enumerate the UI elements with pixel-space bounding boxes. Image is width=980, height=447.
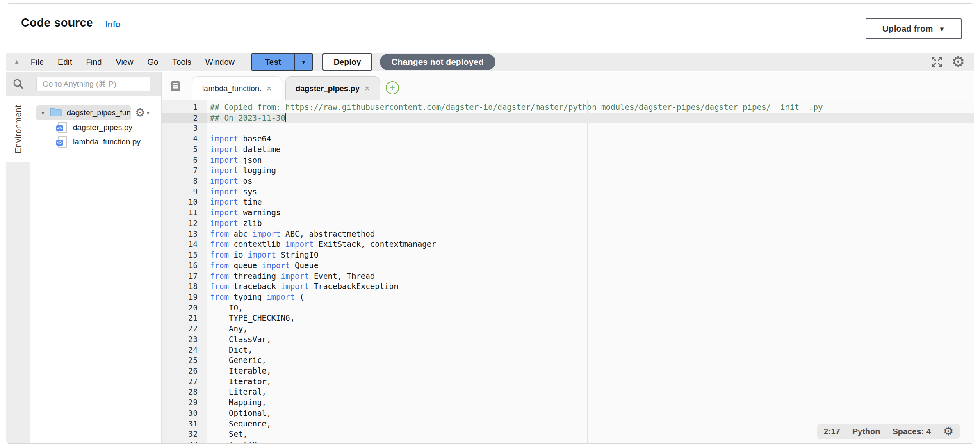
line-number[interactable]: 13 [162,229,207,239]
tab-lambda-function[interactable]: lambda_function. × [192,76,282,100]
gear-icon[interactable]: ⚙ [952,55,965,69]
line-number[interactable]: 18 [162,281,207,292]
new-tab-button[interactable]: + [386,81,399,94]
deploy-button[interactable]: Deploy [322,53,373,71]
line-number[interactable]: 10 [162,197,207,208]
line-number[interactable]: 24 [162,345,207,356]
menu-edit[interactable]: Edit [58,57,72,67]
code-line[interactable]: 19from typing import ( [162,292,974,303]
indentation-setting[interactable]: Spaces: 4 [893,427,931,436]
code-line[interactable]: 22 Any, [162,324,974,334]
line-number[interactable]: 22 [162,324,207,334]
cursor-position[interactable]: 2:17 [824,427,840,436]
close-icon[interactable]: × [267,84,272,93]
line-number[interactable]: 12 [162,218,207,229]
test-dropdown-button[interactable]: ▼ [294,54,312,70]
code-line[interactable]: 27 Iterator, [162,376,974,387]
code-editor[interactable]: 1## Copied from: https://raw.githubuserc… [162,100,974,443]
tree-folder-row[interactable]: ▾ dagster_pipes_funct [36,105,131,120]
menu-file[interactable]: File [31,57,44,67]
line-number[interactable]: 1 [162,102,207,113]
code-line[interactable]: 13from abc import ABC, abstractmethod [162,229,974,239]
line-number[interactable]: 15 [162,250,207,260]
menu-go[interactable]: Go [147,57,158,67]
code-line[interactable]: 17from threading import Event, Thread [162,271,974,282]
line-number[interactable]: 28 [162,387,207,397]
line-number[interactable]: 5 [162,144,207,155]
test-button[interactable]: Test [252,54,294,70]
environment-tab[interactable]: Environment [6,96,30,162]
code-line[interactable]: 7import logging [162,165,974,176]
line-number[interactable]: 4 [162,134,207,144]
code-line[interactable]: 24 Dict, [162,345,974,356]
code-line[interactable]: 30 Optional, [162,408,974,419]
code-line[interactable]: 23 ClassVar, [162,334,974,345]
upload-from-button[interactable]: Upload from ▼ [866,18,962,39]
code-line[interactable]: 4import base64 [162,134,974,144]
collapse-panel-icon[interactable]: ▲ [14,58,20,66]
line-number[interactable]: 32 [162,429,207,440]
code-line[interactable]: 29 Mapping, [162,397,974,408]
line-number[interactable]: 7 [162,165,207,176]
close-icon[interactable]: × [365,84,370,93]
line-number[interactable]: 30 [162,408,207,419]
line-number[interactable]: 27 [162,376,207,387]
line-number[interactable]: 33 [162,440,207,443]
line-number[interactable]: 16 [162,260,207,271]
line-number[interactable]: 19 [162,292,207,303]
line-number[interactable]: 21 [162,313,207,324]
chevron-down-icon[interactable]: ▾ [41,109,45,116]
line-number[interactable]: 6 [162,155,207,166]
line-number[interactable]: 9 [162,187,207,197]
code-line[interactable]: 16from queue import Queue [162,260,974,271]
menu-tools[interactable]: Tools [172,57,191,67]
line-number[interactable]: 23 [162,334,207,345]
tree-file-dagster-pipes[interactable]: <> dagster_pipes.py [58,120,161,135]
line-number[interactable]: 2 [162,113,207,123]
code-line[interactable]: 10import time [162,197,974,208]
code-line[interactable]: 11import warnings [162,208,974,218]
tab-list-icon[interactable] [170,80,182,92]
menu-view[interactable]: View [116,57,133,67]
info-link[interactable]: Info [105,20,121,29]
line-number[interactable]: 26 [162,366,207,376]
code-line[interactable]: 12import zlib [162,218,974,229]
line-number[interactable]: 25 [162,355,207,366]
code-text: from io import StringIO [207,250,974,260]
code-line[interactable]: 8import os [162,176,974,187]
code-line[interactable]: 28 Literal, [162,387,974,397]
menu-find[interactable]: Find [86,57,102,67]
code-line[interactable]: 6import json [162,155,974,166]
line-number[interactable]: 31 [162,419,207,429]
line-number[interactable]: 29 [162,397,207,408]
go-to-anything-input[interactable] [36,77,150,91]
line-number[interactable]: 8 [162,176,207,187]
line-number[interactable]: 17 [162,271,207,282]
code-line[interactable]: 33 TextIO [162,440,974,443]
code-line[interactable]: 14from contextlib import ExitStack, cont… [162,239,974,250]
line-number[interactable]: 14 [162,239,207,250]
code-line[interactable]: 20 IO, [162,303,974,313]
code-line[interactable]: 2## On 2023-11-30 [162,113,974,123]
fullscreen-icon[interactable] [930,55,944,68]
code-line[interactable]: 18from traceback import TracebackExcepti… [162,281,974,292]
code-line[interactable]: 15from io import StringIO [162,250,974,260]
tree-settings-button[interactable]: ⚙ ▾ [135,107,150,119]
code-text: Any, [207,324,974,334]
code-line[interactable]: 1## Copied from: https://raw.githubuserc… [162,102,974,113]
gear-icon[interactable]: ⚙ [943,426,953,437]
code-line[interactable]: 25 Generic, [162,355,974,366]
code-line[interactable]: 5import datetime [162,144,974,155]
code-line[interactable]: 3 [162,123,974,134]
line-number[interactable]: 20 [162,303,207,313]
search-icon[interactable] [6,78,30,90]
language-mode[interactable]: Python [852,427,880,436]
code-line[interactable]: 21 TYPE_CHECKING, [162,313,974,324]
code-line[interactable]: 9import sys [162,187,974,197]
tab-dagster-pipes[interactable]: dagster_pipes.py × [285,76,380,100]
line-number[interactable]: 11 [162,208,207,218]
menu-window[interactable]: Window [205,57,235,67]
line-number[interactable]: 3 [162,123,207,134]
code-line[interactable]: 26 Iterable, [162,366,974,376]
tree-file-lambda-function[interactable]: <> lambda_function.py [58,135,161,149]
